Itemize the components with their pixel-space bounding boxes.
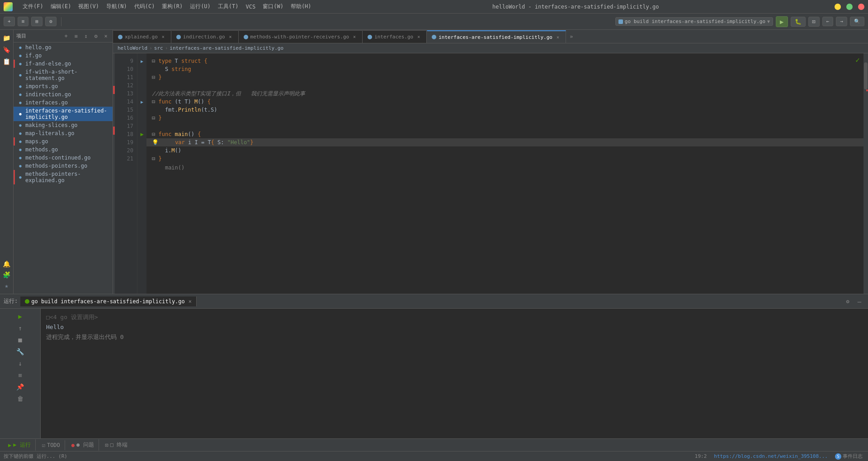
back-button[interactable]: ← [822, 17, 834, 26]
window-title: helloWorld - interfaces-are-satisfied-im… [492, 4, 659, 10]
file-item-map-literals[interactable]: ● map-literals.go [14, 129, 113, 137]
breadcrumb-project[interactable]: helloWorld [118, 45, 147, 51]
run-config-area[interactable]: go build interfaces-are-satisfied-implic… [615, 17, 773, 26]
bottom-tab-todo[interactable]: ☑ TODO [38, 440, 65, 450]
menu-refactor[interactable]: 重构(R) [158, 2, 186, 11]
run-play-button[interactable]: ▶ [15, 311, 25, 321]
run-wrench-button[interactable]: 🔧 [15, 347, 25, 357]
status-position[interactable]: 19:2 [693, 453, 709, 459]
tab-close-pointer[interactable]: × [351, 34, 358, 40]
bottom-tab-terminal[interactable]: ⊡ □ 终端 [101, 439, 132, 451]
gutter-12 [137, 81, 146, 89]
tab-close-xplained[interactable]: × [160, 34, 166, 40]
maximize-button[interactable]: ❐ [846, 4, 853, 10]
menu-navigate[interactable]: 导航(N) [103, 2, 131, 11]
run-list-button[interactable]: ≡ [15, 370, 25, 380]
run-tab-run[interactable]: go build interfaces-are-satisfied-implic… [20, 296, 197, 306]
tab-indirection[interactable]: indirection.go × [171, 30, 239, 43]
fold-14[interactable]: ▶ [137, 98, 146, 106]
run-coverage-button[interactable]: ⊡ [808, 17, 820, 27]
run-close-button[interactable]: — [854, 296, 864, 306]
file-item-interfaces-satisfied[interactable]: ● interfaces-are-satisfied-implicitly.go [14, 107, 113, 121]
code-line-19: 💡 var i I = T{ S: "Hello"} [146, 138, 863, 146]
tab-xplained[interactable]: xplained.go × [113, 30, 171, 43]
file-item-methods-continued[interactable]: ● methods-continued.go [14, 154, 113, 162]
file-item-if-short[interactable]: ● if-with-a-short-statement.go [14, 68, 113, 82]
settings-button[interactable]: ⚙ [45, 17, 57, 26]
run-pin-button[interactable]: 📌 [15, 382, 25, 392]
run-tab-close[interactable]: × [189, 298, 192, 305]
run-button[interactable]: ▶ [776, 16, 788, 27]
forward-button[interactable]: → [836, 17, 847, 26]
menu-view[interactable]: 视图(V) [75, 2, 103, 11]
bottom-tab-problems[interactable]: ● ● 问题 [67, 439, 99, 451]
menu-code[interactable]: 代码(C) [131, 2, 159, 11]
file-name: indirection.go [25, 91, 71, 98]
breadcrumb-file[interactable]: interfaces-are-satisfied-implicitly.go [170, 45, 283, 51]
tab-close-interfaces[interactable]: × [415, 34, 422, 40]
add-file-button[interactable]: + [62, 32, 70, 40]
status-url[interactable]: https://blog.csdn.net/weixin_395108... [712, 453, 830, 459]
run-arrow-18[interactable]: ▶ [137, 130, 146, 138]
collapse-tree-button[interactable]: ≡ [72, 32, 80, 40]
file-item-interfaces[interactable]: ● interfaces.go [14, 99, 113, 107]
expand-all-button[interactable]: ⊞ [31, 17, 42, 26]
run-settings-button[interactable]: ⚙ [843, 296, 853, 306]
line-num-13: 13 [115, 89, 137, 98]
fold-9[interactable]: ▶ [137, 57, 146, 65]
file-item-hello[interactable]: ● hello.go [14, 43, 113, 52]
menu-help[interactable]: 帮助(H) [287, 2, 315, 11]
run-stop-button[interactable]: ■ [15, 335, 25, 345]
file-item-imports[interactable]: ● imports.go [14, 82, 113, 90]
sidebar-icon-bookmark[interactable]: 🔖 [1, 44, 12, 55]
file-item-making-slices[interactable]: ● making-slices.go [14, 121, 113, 129]
sidebar-icon-structure[interactable]: 📋 [1, 56, 12, 67]
close-button[interactable]: ✕ [858, 4, 864, 10]
sidebar-icon-plugins[interactable]: 🧩 [1, 269, 12, 280]
tab-overflow-button[interactable]: » [566, 30, 577, 43]
tab-interfaces[interactable]: interfaces.go × [363, 30, 427, 43]
file-item-methods-pointers-explained[interactable]: ● methods-pointers-explained.go [14, 170, 113, 184]
tree-settings-button[interactable]: ⚙ [92, 32, 100, 40]
sidebar-icon-project[interactable]: 📁 [1, 33, 12, 43]
sidebar-icon-notifications[interactable]: 🔔 [1, 259, 12, 269]
run-scroll-up-button[interactable]: ↑ [15, 323, 25, 333]
menu-edit[interactable]: 编辑(E) [47, 2, 75, 11]
file-name: interfaces-are-satisfied-implicitly.go [25, 108, 109, 120]
file-item-if[interactable]: ● if.go [14, 52, 113, 60]
menu-window[interactable]: 窗口(W) [259, 2, 287, 11]
right-scrollbar[interactable] [863, 53, 868, 294]
file-item-methods[interactable]: ● methods.go [14, 146, 113, 154]
menu-file[interactable]: 文件(F) [19, 2, 47, 11]
menu-run[interactable]: 运行(U) [186, 2, 214, 11]
file-name: methods-pointers.go [25, 163, 87, 169]
minimize-button[interactable]: — [835, 4, 841, 10]
collapse-all-button[interactable]: ≡ [18, 17, 29, 26]
run-config-dropdown-icon[interactable]: ▼ [767, 19, 770, 24]
bottom-tab-run[interactable]: ▶ ▶ 运行 [4, 439, 36, 451]
gutter-20 [137, 146, 146, 155]
tab-close-satisfied[interactable]: × [555, 34, 561, 40]
tab-close-indirection[interactable]: × [227, 34, 234, 40]
sidebar-icon-star[interactable]: ★ [1, 280, 12, 291]
menu-vcs[interactable]: VCS [242, 3, 259, 11]
search-everywhere-button[interactable]: 🔍 [850, 17, 864, 26]
status-event-log[interactable]: S 事件日志 [833, 453, 864, 460]
breadcrumb-src[interactable]: src [154, 45, 163, 51]
run-scroll-down-button[interactable]: ↓ [15, 358, 25, 368]
close-tree-button[interactable]: × [102, 32, 110, 40]
new-file-button[interactable]: + [4, 17, 15, 26]
tab-pointer-receivers[interactable]: methods-with-pointer-receivers.go × [239, 30, 363, 43]
tab-interfaces-satisfied[interactable]: interfaces-are-satisfied-implicitly.go × [427, 30, 566, 43]
sort-tree-button[interactable]: ↕ [82, 32, 90, 40]
file-item-if-and-else[interactable]: ● if-and-else.go [14, 60, 113, 68]
file-item-maps[interactable]: ● maps.go [14, 137, 113, 146]
file-item-methods-pointers[interactable]: ● methods-pointers.go [14, 162, 113, 170]
scrollbar-thumb[interactable] [864, 62, 868, 89]
status-bar-left: 按下键的前缀 运行... (R) [4, 453, 67, 460]
run-trash-button[interactable]: 🗑 [15, 394, 25, 404]
file-item-indirection[interactable]: ● indirection.go [14, 90, 113, 99]
debug-button[interactable]: 🐛 [791, 17, 806, 27]
code-content[interactable]: ⊟ type T struct { S string ⊟ } //此方法表示类型… [146, 53, 863, 294]
menu-tools[interactable]: 工具(T) [214, 2, 242, 11]
